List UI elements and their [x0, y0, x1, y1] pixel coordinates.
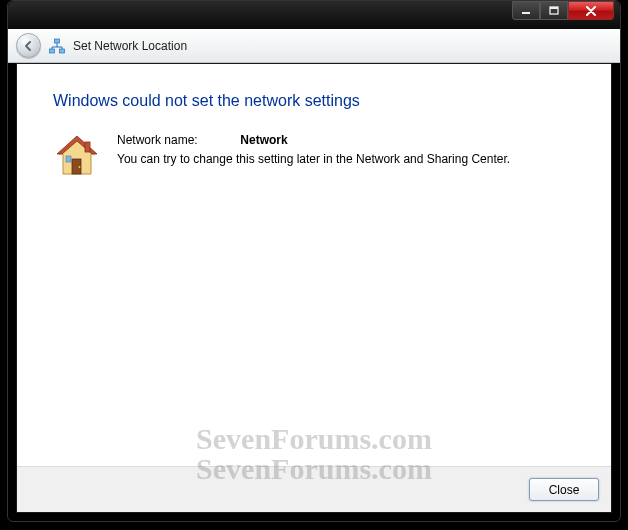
back-button[interactable] [16, 33, 41, 58]
network-icon [49, 38, 65, 54]
dialog-window: Set Network Location Windows could not s… [7, 0, 621, 522]
dialog-title: Set Network Location [73, 39, 187, 53]
close-window-button[interactable] [568, 1, 614, 20]
svg-rect-0 [522, 12, 530, 14]
svg-rect-15 [85, 142, 90, 152]
svg-point-14 [79, 166, 81, 168]
svg-rect-2 [550, 7, 558, 9]
network-name-label: Network name: [117, 132, 237, 149]
back-arrow-icon [22, 39, 36, 53]
svg-rect-13 [66, 156, 71, 162]
titlebar [8, 1, 620, 29]
maximize-button[interactable] [540, 1, 568, 20]
body-text: Network name: Network You can try to cha… [117, 132, 510, 180]
help-message: You can try to change this setting later… [117, 151, 510, 168]
close-button[interactable]: Close [529, 478, 599, 501]
window-controls [512, 1, 614, 21]
dialog-footer: Close [17, 466, 611, 512]
svg-rect-9 [60, 49, 65, 53]
svg-rect-8 [50, 49, 55, 53]
minimize-button[interactable] [512, 1, 540, 20]
header-bar: Set Network Location [8, 29, 620, 63]
network-name-value: Network [240, 133, 287, 147]
svg-rect-7 [55, 39, 60, 43]
content-area: Windows could not set the network settin… [16, 63, 612, 513]
home-network-icon [53, 132, 101, 180]
main-heading: Windows could not set the network settin… [53, 92, 575, 110]
close-button-label: Close [549, 483, 580, 497]
